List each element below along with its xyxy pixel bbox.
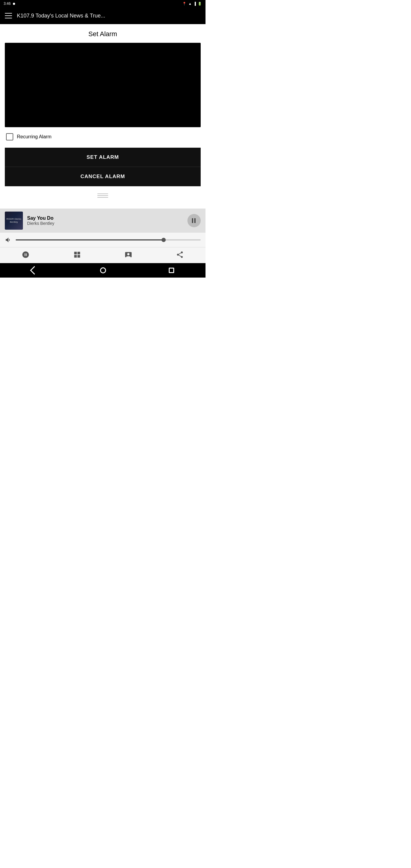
nav-contact[interactable] bbox=[124, 250, 133, 259]
app-bar: K107.9 Today's Local News & True... bbox=[0, 7, 205, 24]
video-area[interactable] bbox=[5, 43, 201, 127]
home-button[interactable] bbox=[100, 267, 106, 273]
record-icon: ⏺ bbox=[12, 2, 16, 5]
drag-handle bbox=[5, 191, 201, 203]
grid-icon bbox=[73, 250, 81, 259]
nav-radio[interactable] bbox=[22, 250, 30, 259]
recurring-alarm-checkbox[interactable] bbox=[6, 133, 13, 141]
radio-icon bbox=[22, 250, 30, 259]
status-right: 📍 ▲ ▐ 🔋 bbox=[182, 2, 202, 6]
recents-button[interactable] bbox=[169, 268, 174, 273]
app-title: K107.9 Today's Local News & True... bbox=[17, 13, 201, 19]
song-info: Say You Do Dierks Bentley bbox=[27, 216, 183, 226]
recurring-alarm-row[interactable]: Recurring Alarm bbox=[5, 133, 201, 141]
time-display: 3:46 bbox=[4, 1, 10, 6]
song-title: Say You Do bbox=[27, 216, 183, 221]
recurring-alarm-label: Recurring Alarm bbox=[17, 134, 52, 140]
back-button[interactable] bbox=[30, 266, 38, 275]
main-content: Set Alarm Recurring Alarm SET ALARM CANC… bbox=[0, 24, 205, 209]
share-icon bbox=[176, 250, 184, 259]
album-art: RISER Dierks Bentley bbox=[5, 212, 23, 230]
pause-icon bbox=[192, 218, 196, 223]
volume-speaker-icon bbox=[5, 236, 12, 244]
menu-icon[interactable] bbox=[5, 13, 12, 19]
nav-grid[interactable] bbox=[73, 250, 81, 259]
cancel-alarm-button[interactable]: CANCEL ALARM bbox=[5, 167, 201, 186]
now-playing-bar: RISER Dierks Bentley Say You Do Dierks B… bbox=[0, 209, 205, 233]
status-left: 3:46 ⏺ bbox=[4, 1, 16, 6]
nav-share[interactable] bbox=[176, 250, 184, 259]
location-icon: 📍 bbox=[182, 2, 187, 6]
battery-icon: 🔋 bbox=[198, 2, 202, 6]
volume-icon bbox=[5, 236, 12, 244]
song-artist: Dierks Bentley bbox=[27, 221, 183, 226]
signal-icon: ▐ bbox=[193, 2, 196, 5]
contact-icon bbox=[124, 250, 133, 259]
volume-thumb bbox=[161, 238, 166, 242]
alarm-button-group: SET ALARM CANCEL ALARM bbox=[5, 148, 201, 186]
bottom-nav bbox=[0, 247, 205, 263]
volume-slider[interactable] bbox=[16, 239, 201, 241]
volume-row bbox=[0, 233, 205, 247]
pause-button[interactable] bbox=[187, 214, 201, 227]
android-nav bbox=[0, 263, 205, 278]
set-alarm-button[interactable]: SET ALARM bbox=[5, 148, 201, 167]
wifi-icon: ▲ bbox=[188, 2, 192, 5]
album-text: RISER Dierks Bentley bbox=[5, 218, 23, 224]
volume-fill bbox=[16, 239, 164, 241]
page-title: Set Alarm bbox=[5, 30, 201, 38]
status-bar: 3:46 ⏺ 📍 ▲ ▐ 🔋 bbox=[0, 0, 205, 7]
